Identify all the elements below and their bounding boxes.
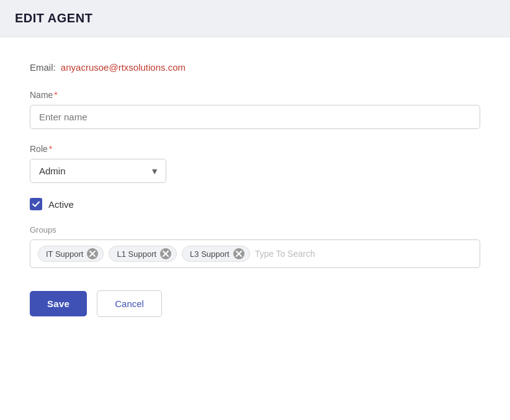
name-label: Name* [30,90,480,100]
active-row: Active [30,198,480,210]
tag-label-l3-support: L3 Support [190,249,230,259]
buttons-row: Save Cancel [30,290,480,317]
active-label: Active [48,199,74,210]
active-checkbox-wrapper[interactable] [30,198,42,210]
tag-label-l1-support: L1 Support [117,249,156,259]
groups-search-input[interactable] [255,249,472,259]
email-label: Email: [30,62,56,73]
name-input[interactable]: Anya Crusoe [30,105,480,129]
close-icon [89,251,96,257]
tag-remove-it-support[interactable] [87,248,98,259]
save-button[interactable]: Save [30,291,87,316]
tag-remove-l1-support[interactable] [160,248,171,259]
page-wrapper: EDIT AGENT Email: anyacrusoe@rtxsolution… [0,0,510,420]
tag-label-it-support: IT Support [46,249,83,259]
email-value: anyacrusoe@rtxsolutions.com [61,62,186,73]
name-field-group: Name* Anya Crusoe [30,90,480,129]
groups-label: Groups [30,225,480,235]
role-required-star: * [49,144,52,154]
close-icon [236,251,242,257]
role-field-group: Role* Admin Agent Supervisor ▼ [30,144,480,183]
role-select-wrapper: Admin Agent Supervisor ▼ [30,159,166,183]
page-title: EDIT AGENT [15,11,92,25]
close-icon [163,251,169,257]
role-select[interactable]: Admin Agent Supervisor [30,159,166,183]
role-label: Role* [30,144,480,154]
tag-l1-support: L1 Support [109,246,177,262]
tag-l3-support: L3 Support [182,246,250,262]
tag-remove-l3-support[interactable] [233,248,244,259]
cancel-button[interactable]: Cancel [97,290,162,317]
groups-input-box[interactable]: IT Support L1 Support [30,239,480,268]
email-row: Email: anyacrusoe@rtxsolutions.com [30,62,480,73]
tag-it-support: IT Support [38,246,104,262]
form-container: Email: anyacrusoe@rtxsolutions.com Name*… [0,37,510,342]
groups-section: Groups IT Support L1 Support [30,225,480,268]
name-required-star: * [54,90,57,100]
page-header: EDIT AGENT [0,0,510,37]
